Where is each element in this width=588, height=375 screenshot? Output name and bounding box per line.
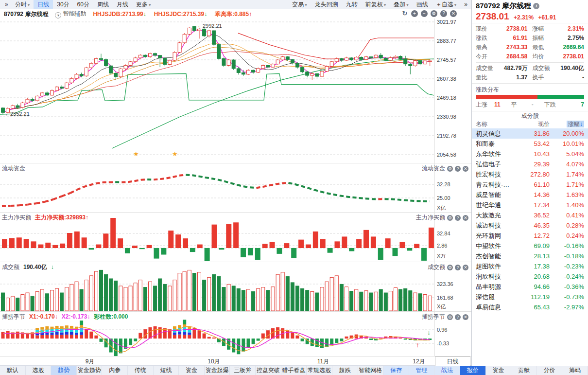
tool-九转[interactable]: 九转 (342, 0, 362, 9)
stock-name: 大族激光 (476, 210, 516, 220)
tab-60分[interactable]: 60分 (73, 0, 93, 9)
tool-»[interactable]: » (460, 0, 471, 9)
gear-icon[interactable]: ⚙ (447, 166, 453, 172)
help-icon[interactable]: ? (455, 166, 461, 172)
close-icon[interactable]: ✕ (463, 265, 468, 270)
bottom-tab-筹码[interactable]: 筹码 (562, 366, 588, 375)
bottom-tab-智能网格[interactable]: 智能网格 (358, 366, 383, 375)
table-row[interactable]: 卓易信息65.43-2.97% (472, 302, 588, 312)
bottom-tab-常规选股[interactable]: 常规选股 (307, 366, 332, 375)
bottom-tab-保存[interactable]: 保存 (383, 366, 409, 375)
stock-name: 青云科技-… (476, 179, 516, 190)
table-row[interactable]: 初灵信息31.8620.00% (472, 128, 588, 139)
quote-code-name: 870792 摩尔线程 (476, 1, 531, 10)
bottom-tab-报价[interactable]: 报价 (460, 366, 485, 375)
stock-price: 31.86 (516, 128, 550, 139)
tool-前复权[interactable]: 前复权▾ (362, 0, 390, 9)
bottom-tab-传统[interactable]: 传统 (128, 366, 153, 375)
bottom-tab-资金[interactable]: 资金 (179, 366, 204, 375)
table-row[interactable]: 晶丰明源94.66-0.36% (472, 282, 588, 292)
bottom-tab-猎手看盘[interactable]: 猎手看盘 (281, 366, 307, 375)
table-row[interactable]: 威星智能14.361.63% (472, 190, 588, 200)
table-row[interactable]: 深信服112.19-0.73% (472, 292, 588, 302)
help-icon[interactable]: ? (455, 265, 461, 270)
table-row[interactable]: 弘信电子29.394.07% (472, 159, 588, 169)
liudong-panel-canvas[interactable] (0, 163, 434, 213)
tab-30分[interactable]: 30分 (53, 0, 73, 9)
bottom-tab-趋势[interactable]: 趋势 (51, 366, 76, 375)
quote-label: 成交量 (476, 64, 497, 73)
header-name[interactable]: 名称 (476, 120, 516, 128)
quote-row: 最高2743.33最低2669.64 (476, 43, 584, 52)
tool-＋自选[interactable]: ＋自选▾ (432, 0, 461, 9)
table-row[interactable]: 胜宏科技272.801.74% (472, 169, 588, 179)
help-icon[interactable]: ? (440, 10, 447, 17)
tab-日线[interactable]: 日线 (34, 0, 53, 9)
table-row[interactable]: 诚迈科技46.350.28% (472, 220, 588, 231)
bottom-tab-资金[interactable]: 资金 (486, 366, 511, 375)
bottom-tab-分价[interactable]: 分价 (537, 366, 562, 375)
main-chart-canvas[interactable]: ←2992.21←2352.21★★ (0, 18, 434, 163)
period-indicator-tab[interactable]: 日线 (435, 357, 470, 366)
bottom-tab-短线[interactable]: 短线 (154, 366, 179, 375)
table-row[interactable]: 超图软件17.38-0.23% (472, 261, 588, 271)
bottom-tab-选股[interactable]: 选股 (26, 366, 51, 375)
close-icon[interactable]: ✕ (463, 314, 468, 320)
collapse-chevron-icon[interactable]: » (2, 1, 11, 8)
minus-icon[interactable]: − (421, 10, 428, 17)
bottom-tab-内参[interactable]: 内参 (102, 366, 127, 375)
table-row[interactable]: 杰创智能28.13-0.18% (472, 251, 588, 261)
tool-叠加[interactable]: 叠加▾ (390, 0, 413, 9)
table-row[interactable]: 光环新网12.720.24% (472, 231, 588, 241)
bottom-tab-资金趋势[interactable]: 资金趋势 (77, 366, 102, 375)
star-marker-icon: ★ (133, 150, 139, 158)
bottom-tab-控盘突破[interactable]: 控盘突破 (256, 366, 281, 375)
gear-icon[interactable]: ⚙ (447, 265, 453, 270)
help-icon[interactable]: ? (455, 314, 461, 320)
table-row[interactable]: 和而泰53.4210.01% (472, 139, 588, 149)
plus-icon[interactable]: + (411, 10, 418, 17)
close-icon[interactable]: ✕ (463, 215, 468, 221)
tab-月线[interactable]: 月线 (113, 0, 132, 9)
bottom-tab-战法[interactable]: 战法 (434, 366, 460, 375)
bottom-tab-贡献[interactable]: 贡献 (511, 366, 536, 375)
tool-交易[interactable]: 交易▾ (288, 0, 311, 9)
x1-value: X1:-0.170↓ (29, 313, 58, 320)
panel-header-right: 捕捞季节⚙?✕ (422, 313, 468, 321)
bottom-tab-三板斧[interactable]: 三板斧 (230, 366, 255, 375)
table-row[interactable]: 世纪华通17.341.40% (472, 200, 588, 210)
refresh-icon[interactable]: ↻ (401, 10, 408, 17)
tool-龙头回溯[interactable]: 龙头回溯 (311, 0, 342, 9)
gear-icon[interactable]: ⚙ (447, 314, 453, 320)
bulao-panel: ↑↓0.96-0.33捕捞季节X1:-0.170↓X2:-0.173↓彩柱数:0… (0, 312, 471, 357)
stock-change-pct: 1.74% (550, 169, 584, 179)
info-icon[interactable]: i (533, 3, 539, 9)
stock-change-pct: 1.71% (550, 179, 584, 190)
gear-icon[interactable]: ⚙ (447, 215, 453, 221)
smart-assist-toggle[interactable]: ▾智能辅助 (55, 10, 86, 18)
bottom-tab-资金起爆[interactable]: 资金起爆 (205, 366, 230, 375)
close-icon[interactable]: ✕ (463, 166, 468, 172)
table-row[interactable]: 青云科技-…61.101.71% (472, 179, 588, 190)
period-tab-group: 分时▾日线30分60分周线月线更多▾ (11, 0, 155, 9)
stock-price: 20.68 (516, 271, 550, 282)
table-row[interactable]: 中望软件69.09-0.16% (472, 241, 588, 251)
bottom-tab-默认[interactable]: 默认 (0, 366, 25, 375)
bottom-tab-超跌[interactable]: 超跌 (332, 366, 358, 375)
volume-panel-canvas[interactable] (0, 262, 434, 312)
help-icon[interactable]: ? (455, 215, 461, 221)
header-price[interactable]: 现价 (516, 120, 550, 128)
table-row[interactable]: 大族激光36.520.41% (472, 210, 588, 220)
bottom-tab-管理[interactable]: 管理 (409, 366, 434, 375)
stock-name: 胜宏科技 (476, 169, 516, 179)
tab-分时[interactable]: 分时▾ (11, 0, 34, 9)
table-row[interactable]: 东华软件10.435.04% (472, 149, 588, 159)
stock-name: 深信服 (476, 292, 516, 302)
tool-画线[interactable]: 画线 (413, 0, 432, 9)
tab-周线[interactable]: 周线 (93, 0, 113, 9)
close-icon[interactable]: ✕ (450, 10, 457, 17)
header-pct[interactable]: 涨幅↓ (550, 120, 584, 128)
tab-更多[interactable]: 更多▾ (132, 0, 155, 9)
table-row[interactable]: 润欣科技20.68-0.24% (472, 271, 588, 282)
gear-icon[interactable]: ⚙ (431, 10, 437, 17)
